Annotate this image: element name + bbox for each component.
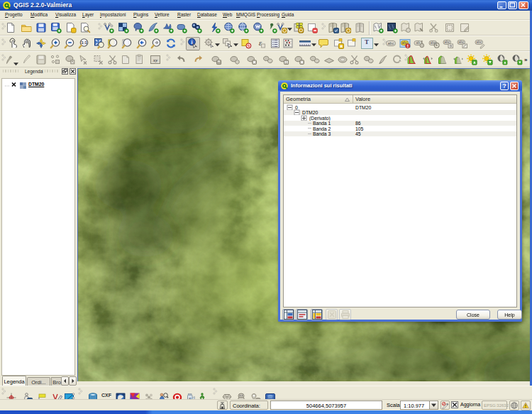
svg-text:CXF: CXF [101,393,112,398]
svg-text:ab: ab [416,40,420,45]
svg-text:abc: abc [476,40,482,44]
svg-text:abc: abc [430,40,436,45]
svg-text:1:1: 1:1 [81,40,87,45]
svg-text:abc: abc [444,40,450,44]
svg-text:xy: xy [153,58,159,63]
svg-text:abc: abc [387,41,394,45]
svg-text:abc: abc [458,40,465,44]
svg-text:i: i [191,39,192,45]
